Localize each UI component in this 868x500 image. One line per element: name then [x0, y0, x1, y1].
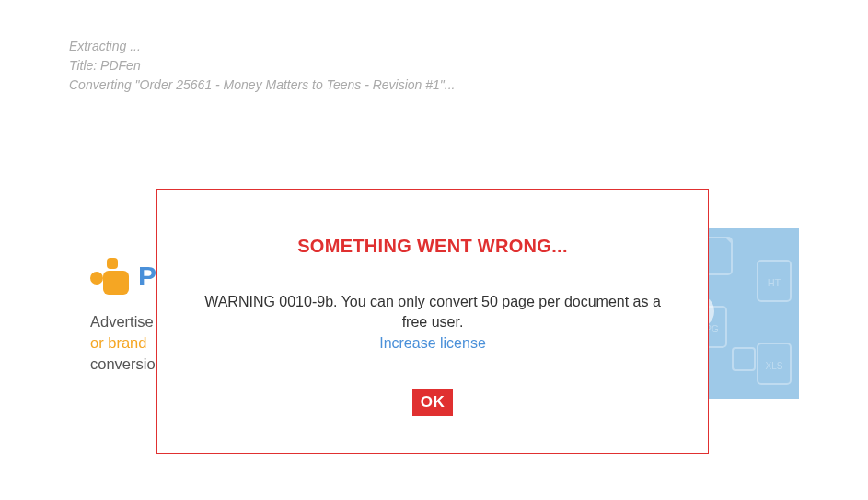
error-modal: SOMETHING WENT WRONG... WARNING 0010-9b.…: [156, 189, 709, 454]
promo-line: Advertise: [90, 313, 154, 330]
logo-text: P: [138, 261, 157, 292]
ok-button[interactable]: OK: [412, 389, 454, 416]
promo-highlight: or brand: [90, 334, 146, 351]
promo-line: conversio: [90, 355, 156, 372]
modal-title: SOMETHING WENT WRONG...: [297, 236, 568, 257]
svg-point-12: [90, 272, 103, 285]
svg-rect-11: [103, 271, 129, 295]
status-line: Title: PDFen: [69, 56, 456, 76]
status-line: Extracting ...: [69, 37, 456, 56]
status-line: Converting "Order 25661 - Money Matters …: [69, 76, 456, 95]
logo-icon: [90, 258, 131, 295]
modal-warning-text: WARNING 0010-9b. You can only convert 50…: [203, 292, 662, 333]
status-log: Extracting ... Title: PDFen Converting "…: [69, 37, 456, 95]
increase-license-link[interactable]: Increase license: [379, 335, 486, 352]
svg-rect-13: [107, 258, 118, 269]
